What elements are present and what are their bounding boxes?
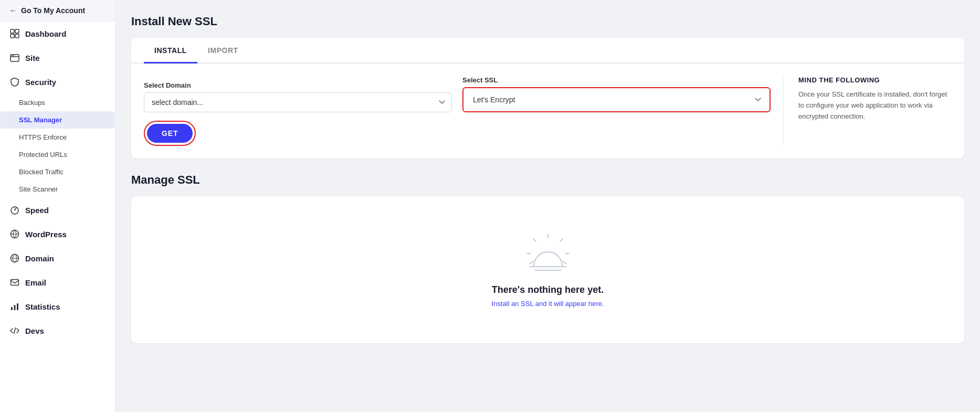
- svg-point-6: [13, 55, 14, 56]
- blocked-traffic-label: Blocked Traffic: [19, 168, 64, 176]
- email-icon: [9, 277, 20, 288]
- sidebar-item-statistics-label: Statistics: [25, 302, 60, 311]
- svg-rect-14: [14, 305, 16, 310]
- devs-icon: [9, 325, 20, 336]
- svg-rect-3: [15, 34, 19, 38]
- sidebar-item-backups[interactable]: Backups: [0, 94, 115, 111]
- svg-line-19: [560, 239, 563, 241]
- main-content: Install New SSL INSTALL IMPORT Select Do…: [115, 0, 980, 412]
- go-to-account-label: Go To My Account: [21, 6, 85, 15]
- svg-rect-12: [11, 280, 19, 286]
- domain-select[interactable]: select domain...: [144, 92, 452, 112]
- sidebar-item-wordpress-label: WordPress: [25, 230, 67, 239]
- install-form-right: MIND THE FOLLOWING Once your SSL certifi…: [784, 76, 952, 146]
- select-ssl-label: Select SSL: [462, 76, 771, 84]
- svg-line-23: [563, 261, 566, 264]
- install-ssl-title: Install New SSL: [131, 15, 964, 28]
- get-button[interactable]: GET: [147, 124, 193, 143]
- sidebar-item-protected-urls[interactable]: Protected URLs: [0, 146, 115, 163]
- svg-rect-1: [15, 29, 19, 33]
- backups-label: Backups: [19, 99, 45, 107]
- sidebar-item-security[interactable]: Security: [0, 70, 115, 94]
- statistics-icon: [9, 301, 20, 312]
- domain-icon: [9, 253, 20, 263]
- svg-line-20: [533, 239, 536, 241]
- sidebar-item-dashboard-label: Dashboard: [25, 29, 66, 38]
- sidebar-item-site-label: Site: [25, 54, 40, 62]
- sidebar-item-https-enforce[interactable]: HTTPS Enforce: [0, 129, 115, 146]
- sidebar-item-speed[interactable]: Speed: [0, 198, 115, 222]
- sidebar-item-blocked-traffic[interactable]: Blocked Traffic: [0, 163, 115, 181]
- domain-form-group: Select Domain select domain...: [144, 81, 452, 112]
- ssl-form-group: Select SSL Let's Encrypt Custom Wildcard: [462, 76, 771, 112]
- tabs-bar: INSTALL IMPORT: [131, 38, 964, 64]
- sidebar-item-wordpress[interactable]: WordPress: [0, 222, 115, 246]
- svg-rect-15: [17, 303, 18, 310]
- install-form-area: Select Domain select domain... Select SS…: [131, 64, 964, 159]
- mind-following-title: MIND THE FOLLOWING: [798, 76, 952, 84]
- sidebar-item-security-label: Security: [25, 78, 56, 87]
- svg-point-5: [12, 55, 13, 56]
- ssl-select[interactable]: Let's Encrypt Custom Wildcard: [466, 90, 767, 109]
- svg-point-7: [14, 209, 15, 210]
- back-arrow-icon: ←: [9, 6, 17, 15]
- install-form-left: Select Domain select domain... Select SS…: [144, 76, 784, 146]
- sidebar: ← Go To My Account Dashboard Site Securi…: [0, 0, 115, 412]
- sidebar-item-domain-label: Domain: [25, 254, 54, 263]
- mind-following-text: Once your SSL certificate is installed, …: [798, 89, 952, 122]
- sidebar-item-devs[interactable]: Devs: [0, 319, 115, 343]
- go-to-account-link[interactable]: ← Go To My Account: [0, 0, 115, 22]
- svg-rect-13: [11, 307, 13, 310]
- select-ssl-wrapper: Let's Encrypt Custom Wildcard: [462, 87, 771, 112]
- sidebar-item-email[interactable]: Email: [0, 270, 115, 294]
- site-icon: [9, 52, 20, 63]
- form-row-selects: Select Domain select domain... Select SS…: [144, 76, 771, 112]
- site-scanner-label: Site Scanner: [19, 185, 58, 193]
- sidebar-item-devs-label: Devs: [25, 326, 44, 335]
- sidebar-item-dashboard[interactable]: Dashboard: [0, 22, 115, 46]
- dashboard-icon: [9, 28, 20, 39]
- speed-icon: [9, 205, 20, 215]
- protected-urls-label: Protected URLs: [19, 151, 67, 159]
- sidebar-item-email-label: Email: [25, 278, 46, 287]
- sidebar-item-domain[interactable]: Domain: [0, 246, 115, 270]
- svg-line-24: [530, 261, 533, 264]
- ssl-manager-label: SSL Manager: [19, 116, 62, 124]
- svg-rect-0: [10, 29, 14, 33]
- sidebar-item-statistics[interactable]: Statistics: [0, 294, 115, 319]
- tab-install[interactable]: INSTALL: [144, 38, 197, 64]
- select-domain-label: Select Domain: [144, 81, 452, 89]
- sidebar-item-ssl-manager[interactable]: SSL Manager: [0, 111, 115, 129]
- security-icon: [9, 77, 20, 87]
- https-enforce-label: HTTPS Enforce: [19, 133, 67, 141]
- empty-illustration: [519, 233, 577, 274]
- tab-import[interactable]: IMPORT: [197, 38, 249, 64]
- install-ssl-card: INSTALL IMPORT Select Domain select doma…: [131, 38, 964, 159]
- svg-rect-2: [10, 34, 14, 38]
- wordpress-icon: [9, 229, 20, 239]
- empty-state-title: There's nothing here yet.: [492, 284, 604, 295]
- manage-ssl-title: Manage SSL: [131, 173, 964, 187]
- sidebar-item-site-scanner[interactable]: Site Scanner: [0, 181, 115, 198]
- sidebar-item-site[interactable]: Site: [0, 46, 115, 70]
- manage-ssl-card: There's nothing here yet. Install an SSL…: [131, 196, 964, 343]
- get-button-wrapper: GET: [144, 121, 196, 146]
- empty-state-subtitle: Install an SSL and it will appear here.: [491, 300, 604, 308]
- sidebar-item-speed-label: Speed: [25, 206, 49, 215]
